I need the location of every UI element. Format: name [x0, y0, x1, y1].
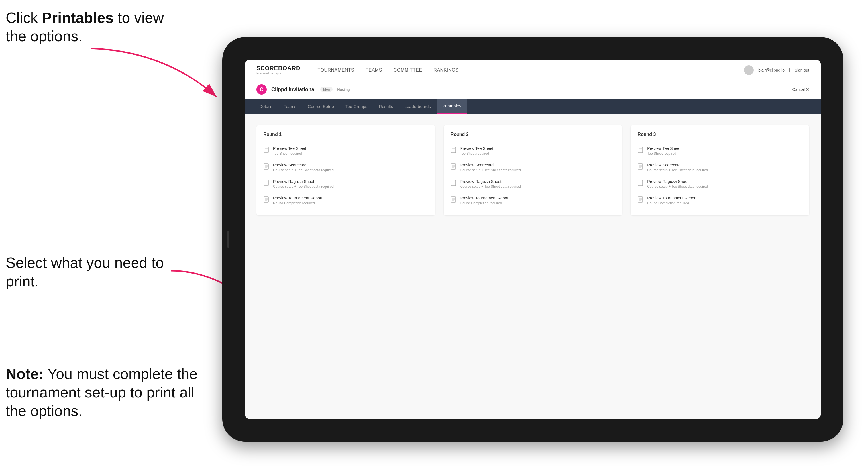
scoreboard-logo: SCOREBOARD Powered by clippd [256, 65, 300, 75]
sign-out-link[interactable]: Sign out [795, 68, 809, 72]
round2-raguzzi-title: Preview Raguzzi Sheet [460, 179, 521, 184]
nav-committee[interactable]: COMMITTEE [394, 67, 422, 73]
tournament-logo: C [256, 84, 267, 95]
round1-scorecard-sub: Course setup + Tee Sheet data required [273, 168, 334, 172]
user-avatar [744, 65, 754, 75]
top-nav-right: blair@clippd.io | Sign out [744, 65, 809, 75]
tournament-name: Clippd Invitational [271, 87, 316, 93]
round1-tee-sheet[interactable]: Preview Tee Sheet Tee Sheet required [263, 143, 428, 159]
round2-scorecard-sub: Course setup + Tee Sheet data required [460, 168, 521, 172]
sub-nav: Details Teams Course Setup Tee Groups Re… [245, 99, 821, 114]
round2-tee-sheet-title: Preview Tee Sheet [460, 146, 493, 151]
tournament-badge: Men [320, 87, 333, 92]
r2-raguzzi-icon [451, 180, 457, 187]
round-2-section: Round 2 Preview Tee Sheet Tee Sheet requ… [444, 125, 622, 215]
tournament-name-row: C Clippd Invitational Men Hosting [256, 84, 350, 95]
round1-scorecard-title: Preview Scorecard [273, 163, 334, 167]
printables-bold: Printables [42, 9, 114, 26]
note-bold: Note: [6, 366, 43, 382]
scoreboard-title: SCOREBOARD [256, 65, 300, 71]
subnav-tee-groups[interactable]: Tee Groups [340, 99, 373, 114]
tablet-screen: SCOREBOARD Powered by clippd TOURNAMENTS… [245, 60, 821, 419]
round1-raguzzi-title: Preview Raguzzi Sheet [273, 179, 334, 184]
round1-report-sub: Round Completion required [273, 201, 322, 205]
round3-tee-sheet-sub: Tee Sheet required [647, 152, 680, 156]
instruction-bottom: Note: You must complete the tournament s… [6, 365, 199, 420]
round1-report-title: Preview Tournament Report [273, 196, 322, 200]
subnav-teams[interactable]: Teams [278, 99, 302, 114]
r2-report-icon [451, 196, 457, 204]
round-3-title: Round 3 [638, 132, 802, 137]
round3-raguzzi-title: Preview Raguzzi Sheet [647, 179, 708, 184]
r3-scorecard-icon [638, 163, 644, 171]
subnav-printables[interactable]: Printables [437, 99, 467, 114]
round3-scorecard-title: Preview Scorecard [647, 163, 708, 167]
round1-tournament-report[interactable]: Preview Tournament Report Round Completi… [263, 192, 428, 209]
round3-scorecard[interactable]: Preview Scorecard Course setup + Tee She… [638, 159, 802, 176]
round-2-title: Round 2 [451, 132, 616, 137]
round-1-section: Round 1 Preview Tee Sheet Tee Sheet requ… [256, 125, 435, 215]
round2-raguzzi[interactable]: Preview Raguzzi Sheet Course setup + Tee… [451, 176, 616, 192]
r2-tee-sheet-icon [451, 147, 457, 154]
round3-scorecard-sub: Course setup + Tee Sheet data required [647, 168, 708, 172]
nav-teams[interactable]: TEAMS [366, 67, 382, 73]
main-content: Round 1 Preview Tee Sheet Tee Sheet requ… [245, 114, 821, 419]
tournament-report-icon [263, 196, 270, 204]
tablet-frame: SCOREBOARD Powered by clippd TOURNAMENTS… [222, 37, 843, 442]
round2-report-sub: Round Completion required [460, 201, 509, 205]
rounds-container: Round 1 Preview Tee Sheet Tee Sheet requ… [256, 125, 809, 215]
round-1-title: Round 1 [263, 132, 428, 137]
subnav-leaderboards[interactable]: Leaderboards [399, 99, 437, 114]
r3-tee-sheet-icon [638, 147, 644, 154]
round2-report-title: Preview Tournament Report [460, 196, 509, 200]
scorecard-icon [263, 163, 270, 171]
top-nav: SCOREBOARD Powered by clippd TOURNAMENTS… [245, 60, 821, 80]
round1-raguzzi[interactable]: Preview Raguzzi Sheet Course setup + Tee… [263, 176, 428, 192]
round1-scorecard[interactable]: Preview Scorecard Course setup + Tee She… [263, 159, 428, 176]
subnav-course-setup[interactable]: Course Setup [302, 99, 340, 114]
user-email: blair@clippd.io [758, 68, 784, 72]
raguzzi-icon [263, 180, 270, 187]
nav-tournaments[interactable]: TOURNAMENTS [317, 67, 354, 73]
tee-sheet-icon [263, 147, 270, 154]
round2-scorecard[interactable]: Preview Scorecard Course setup + Tee She… [451, 159, 616, 176]
round3-tee-sheet[interactable]: Preview Tee Sheet Tee Sheet required [638, 143, 802, 159]
subnav-details[interactable]: Details [254, 99, 278, 114]
side-button [227, 231, 229, 248]
tournament-header: C Clippd Invitational Men Hosting Cancel… [245, 80, 821, 99]
instruction-middle: Select what you need to print. [6, 254, 182, 291]
round3-tournament-report[interactable]: Preview Tournament Report Round Completi… [638, 192, 802, 209]
round-3-section: Round 3 Preview Tee Sheet Tee Sheet requ… [631, 125, 809, 215]
round2-tee-sheet[interactable]: Preview Tee Sheet Tee Sheet required [451, 143, 616, 159]
round2-tournament-report[interactable]: Preview Tournament Report Round Completi… [451, 192, 616, 209]
arrow-top [80, 45, 222, 102]
round1-tee-sheet-title: Preview Tee Sheet [273, 146, 306, 151]
r3-report-icon [638, 196, 644, 204]
r2-scorecard-icon [451, 163, 457, 171]
round1-raguzzi-sub: Course setup + Tee Sheet data required [273, 185, 334, 189]
round1-tee-sheet-sub: Tee Sheet required [273, 152, 306, 156]
round2-scorecard-title: Preview Scorecard [460, 163, 521, 167]
cancel-button[interactable]: Cancel ✕ [793, 87, 809, 92]
r3-raguzzi-icon [638, 180, 644, 187]
top-nav-links: TOURNAMENTS TEAMS COMMITTEE RANKINGS [317, 67, 744, 73]
hosting-badge: Hosting [337, 88, 350, 92]
subnav-results[interactable]: Results [373, 99, 399, 114]
scoreboard-sub: Powered by clippd [256, 71, 300, 75]
round3-report-title: Preview Tournament Report [647, 196, 696, 200]
nav-rankings[interactable]: RANKINGS [433, 67, 459, 73]
round3-raguzzi[interactable]: Preview Raguzzi Sheet Course setup + Tee… [638, 176, 802, 192]
round3-tee-sheet-title: Preview Tee Sheet [647, 146, 680, 151]
instruction-top: Click Printables to view the options. [6, 8, 182, 45]
round3-report-sub: Round Completion required [647, 201, 696, 205]
round2-raguzzi-sub: Course setup + Tee Sheet data required [460, 185, 521, 189]
round3-raguzzi-sub: Course setup + Tee Sheet data required [647, 185, 708, 189]
round2-tee-sheet-sub: Tee Sheet required [460, 152, 493, 156]
sign-out-separator: | [789, 68, 790, 72]
